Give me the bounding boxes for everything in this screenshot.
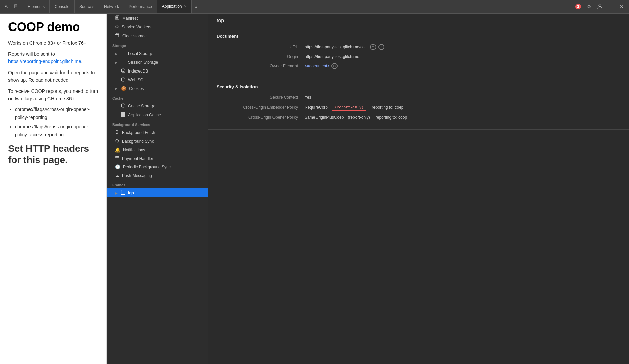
svg-rect-25 — [121, 190, 125, 195]
coop-label: Cross-Origin Opener Policy — [217, 115, 305, 120]
url-copy-icon[interactable]: ⊙ — [370, 44, 376, 50]
sidebar-item-payment-handler[interactable]: Payment Handler — [107, 154, 208, 163]
clear-storage-icon — [115, 33, 120, 39]
tab-elements[interactable]: Elements — [23, 0, 50, 13]
intro-text: Works on Chrome 83+ or Firefox 76+. — [8, 39, 98, 47]
sidebar-item-clear-storage[interactable]: Clear storage — [107, 31, 208, 40]
bg-sync-label: Background Sync — [122, 139, 154, 144]
settings-icon[interactable]: ⚙ — [584, 2, 594, 12]
coop-value: SameOriginPlusCoep (report-only) reporti… — [305, 115, 407, 120]
local-storage-arrow: ▶ — [115, 52, 118, 56]
sidebar-item-service-workers[interactable]: ⚙ Service Workers — [107, 23, 208, 31]
payment-handler-icon — [115, 156, 119, 161]
svg-rect-21 — [121, 115, 125, 116]
coep-value-3: reporting to: coep — [372, 105, 403, 110]
push-messaging-icon: ☁ — [115, 173, 119, 178]
owner-icon[interactable]: ⊙ — [331, 63, 338, 69]
coep-highlight: (report-only) — [332, 104, 366, 111]
bottom-bar — [208, 129, 629, 138]
coop-intro-text: To receive COOP reports, you need to tur… — [8, 87, 98, 103]
tab-performance[interactable]: Performance — [124, 0, 157, 13]
tab-console[interactable]: Console — [50, 0, 75, 13]
cookies-icon: 🍪 — [121, 86, 126, 91]
bg-sync-icon — [115, 139, 119, 144]
sidebar-item-periodic-bg-sync[interactable]: 🕐 Periodic Background Sync — [107, 163, 208, 171]
sidebar: Manifest ⚙ Service Workers Clear storage… — [107, 14, 208, 364]
origin-row: Origin https://first-party-test.glitch.m… — [217, 54, 621, 59]
owner-link[interactable]: <#document> — [305, 64, 329, 68]
url-text: https://first-party-test.glitch.me/co... — [305, 45, 368, 49]
main-panel: top Document URL https://first-party-tes… — [208, 14, 629, 364]
periodic-bg-sync-icon: 🕐 — [115, 164, 120, 169]
coep-row: Cross-Origin Embedder Policy RequireCorp… — [217, 104, 621, 111]
main-content: COOP demo Works on Chrome 83+ or Firefox… — [0, 14, 629, 364]
secure-context-label: Secure Context — [217, 95, 305, 100]
url-open-icon[interactable]: ↑ — [378, 44, 384, 50]
error-icon[interactable]: 1 — [573, 2, 583, 12]
close-devtools-icon[interactable]: ✕ — [617, 2, 626, 12]
bg-fetch-label: Background Fetch — [122, 130, 155, 135]
sidebar-item-bg-sync[interactable]: Background Sync — [107, 137, 208, 146]
sidebar-item-local-storage[interactable]: ▶ Local Storage — [107, 49, 208, 58]
tab-network[interactable]: Network — [99, 0, 124, 13]
session-storage-label: Session Storage — [128, 60, 158, 65]
service-workers-label: Service Workers — [122, 25, 151, 29]
sidebar-item-notifications[interactable]: 🔔 Notifications — [107, 146, 208, 154]
reports-label: Reports will be sent to — [8, 51, 55, 57]
page-content: COOP demo Works on Chrome 83+ or Firefox… — [0, 14, 107, 364]
instructions-text: Open the page and wait for the reports t… — [8, 69, 98, 84]
tab-sources[interactable]: Sources — [75, 0, 99, 13]
coep-label: Cross-Origin Embedder Policy — [217, 105, 305, 110]
owner-value: <#document> ⊙ — [305, 63, 338, 69]
origin-text: https://first-party-test.glitch.me — [305, 54, 359, 59]
sidebar-item-web-sql[interactable]: ▶ Web SQL — [107, 76, 208, 84]
cache-storage-label: Cache Storage — [128, 104, 155, 108]
web-sql-label: Web SQL — [128, 78, 146, 82]
sidebar-item-indexeddb[interactable]: ▶ IndexedDB — [107, 67, 208, 76]
sidebar-item-application-cache[interactable]: ▶ Application Cache — [107, 110, 208, 119]
security-section-title: Security & Isolation — [217, 84, 621, 89]
tab-application[interactable]: Application ✕ — [157, 0, 192, 13]
page-title: COOP demo — [8, 20, 98, 34]
document-section-title: Document — [217, 34, 621, 39]
more-options-icon[interactable]: ··· — [606, 2, 615, 12]
cookies-label: Cookies — [129, 86, 144, 91]
svg-rect-12 — [121, 53, 125, 54]
storage-section-label: Storage — [107, 40, 208, 49]
manifest-icon — [115, 15, 120, 21]
bg-services-section-label: Background Services — [107, 119, 208, 128]
tab-close-icon[interactable]: ✕ — [184, 4, 187, 8]
devtools-panel: Manifest ⚙ Service Workers Clear storage… — [107, 14, 629, 364]
coop-value-2: (report-only) — [348, 115, 370, 120]
svg-point-17 — [122, 78, 125, 79]
sidebar-item-bg-fetch[interactable]: Background Fetch — [107, 128, 208, 137]
url-row: URL https://first-party-test.glitch.me/c… — [217, 44, 621, 50]
coep-value-1: RequireCorp — [305, 105, 328, 110]
sidebar-item-cache-storage[interactable]: ▶ Cache Storage — [107, 102, 208, 110]
more-tabs-button[interactable]: » — [192, 4, 201, 9]
main-panel-header: top — [208, 14, 629, 28]
document-section: Document URL https://first-party-test.gl… — [208, 28, 629, 79]
owner-row: Owner Element <#document> ⊙ — [217, 63, 621, 69]
top-frame-icon — [121, 190, 125, 196]
sidebar-item-top-frame[interactable]: ▶ top — [107, 188, 208, 197]
svg-point-18 — [122, 104, 125, 105]
reports-suffix: . — [81, 59, 83, 64]
service-workers-icon: ⚙ — [115, 24, 119, 29]
device-icon[interactable] — [12, 3, 20, 11]
sidebar-item-manifest[interactable]: Manifest — [107, 14, 208, 23]
sidebar-item-cookies[interactable]: ▶ 🍪 Cookies — [107, 84, 208, 93]
sidebar-item-push-messaging[interactable]: ☁ Push Messaging — [107, 171, 208, 180]
flag-item-2: chrome://flags#cross-origin-opener-polic… — [15, 123, 98, 138]
secure-context-value: Yes — [305, 95, 311, 100]
cursor-icon[interactable]: ↖ — [3, 3, 11, 11]
url-value: https://first-party-test.glitch.me/co...… — [305, 44, 384, 50]
web-sql-icon — [121, 77, 125, 83]
user-icon[interactable] — [595, 2, 605, 12]
app-cache-label: Application Cache — [128, 113, 161, 117]
sidebar-item-session-storage[interactable]: ▶ Session Storage — [107, 58, 208, 67]
origin-value: https://first-party-test.glitch.me — [305, 54, 359, 59]
reports-link[interactable]: https://reporting-endpoint.glitch.me — [8, 59, 81, 64]
push-messaging-label: Push Messaging — [122, 173, 152, 178]
svg-rect-23 — [115, 157, 119, 160]
